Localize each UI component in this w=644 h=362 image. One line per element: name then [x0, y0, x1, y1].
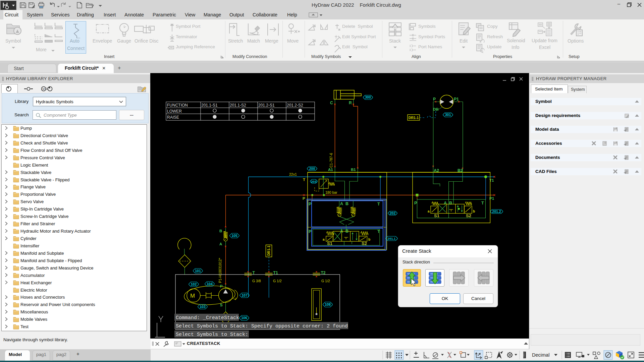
- svg-text:Command: _CreateStack: Command: _CreateStack: [176, 315, 239, 321]
- svg-text:Select Symbols to Stack: Speci: Select Symbols to Stack: Specify opposit…: [176, 323, 348, 329]
- svg-text:Screw-In Cartridge Valve: Screw-In Cartridge Valve: [20, 214, 69, 219]
- svg-text:P: P: [303, 196, 305, 200]
- svg-text:T2: T2: [321, 270, 326, 275]
- svg-text:A2: A2: [434, 168, 439, 173]
- svg-text:G 1/2: G 1/2: [273, 279, 282, 283]
- svg-text:Manifold and Subplate: Manifold and Subplate: [20, 251, 64, 256]
- svg-text:R: R: [349, 101, 352, 105]
- svg-text:A: A: [340, 201, 343, 206]
- svg-text:104: 104: [207, 282, 213, 286]
- svg-text:P: P: [309, 229, 311, 234]
- svg-text:300: 300: [365, 95, 371, 99]
- svg-text:Gauge, Switch and Measuring De: Gauge, Switch and Measuring Device: [20, 265, 94, 270]
- svg-text:T: T: [303, 178, 305, 182]
- svg-text:Hydraulic Motor and Rotary Act: Hydraulic Motor and Rotary Actuator: [20, 229, 91, 234]
- svg-text:A1: A1: [328, 168, 333, 172]
- svg-text:b: b: [473, 209, 475, 213]
- svg-text:201.2-S2: 201.2-S2: [287, 103, 303, 108]
- svg-text:Intensifier: Intensifier: [20, 243, 40, 248]
- svg-text:LOWER: LOWER: [167, 109, 182, 114]
- svg-text:S2: S2: [466, 213, 471, 218]
- svg-text:B1: B1: [351, 168, 356, 172]
- svg-text:B: B: [219, 229, 222, 233]
- svg-text:201.1-S2: 201.1-S2: [230, 103, 246, 108]
- svg-text:Hoses and Connectors: Hoses and Connectors: [20, 295, 65, 300]
- svg-text:Manifold and Subplate - Flippe: Manifold and Subplate - Flipped: [20, 258, 82, 263]
- svg-text:201.1: 201.1: [388, 237, 396, 240]
- svg-text:S2: S2: [362, 241, 367, 246]
- svg-text:Stackable Valve - Flipped: Stackable Valve - Flipped: [20, 177, 69, 182]
- svg-text:Decimal: Decimal: [532, 352, 549, 358]
- svg-text:105: 105: [231, 234, 237, 238]
- svg-text:201.1-S1: 201.1-S1: [201, 103, 218, 108]
- svg-text:Slip-In Cartridge Valve: Slip-In Cartridge Valve: [20, 206, 64, 212]
- svg-text:M: M: [43, 87, 45, 90]
- svg-text:Logic Element: Logic Element: [20, 163, 48, 168]
- svg-text:P: P: [414, 201, 417, 205]
- svg-text:a: a: [323, 238, 325, 241]
- svg-text:P: P: [433, 97, 436, 102]
- svg-text:Select Symbols to Stack:: Select Symbols to Stack:: [176, 332, 248, 338]
- svg-text:Pressure Control Valve: Pressure Control Valve: [20, 155, 65, 160]
- svg-text:Check and Shuttle Valve: Check and Shuttle Valve: [20, 140, 68, 145]
- svg-text:DR1-1: DR1-1: [267, 245, 271, 256]
- svg-text:Flow Control and Shut Off Valv: Flow Control and Shut Off Valve: [20, 148, 83, 153]
- svg-text:Flange Valve: Flange Valve: [20, 184, 46, 189]
- svg-text:22x1: 22x1: [289, 172, 297, 176]
- svg-text:G 1/2: G 1/2: [321, 279, 330, 283]
- svg-text:107: 107: [241, 293, 248, 297]
- svg-text:DR1-1: DR1-1: [409, 116, 419, 120]
- svg-text:M: M: [190, 293, 195, 299]
- svg-text:Mobile Valves: Mobile Valves: [20, 317, 47, 322]
- svg-text:T1: T1: [273, 270, 278, 275]
- svg-text:FUNCTION: FUNCTION: [167, 103, 188, 108]
- svg-text:B: B: [449, 201, 452, 205]
- svg-text:Servo Valve: Servo Valve: [20, 199, 44, 204]
- svg-text:201.2: 201.2: [492, 209, 501, 214]
- svg-text:Heat Exchanger: Heat Exchanger: [20, 280, 52, 285]
- svg-text:Stackable Valve: Stackable Valve: [20, 170, 51, 175]
- svg-text:S1: S1: [327, 241, 332, 246]
- svg-text:Pump: Pump: [20, 126, 32, 131]
- svg-text:T: T: [377, 202, 380, 206]
- svg-text:Electric Motor: Electric Motor: [20, 288, 47, 293]
- svg-text:S1: S1: [434, 213, 439, 218]
- svg-text:201.2-S1: 201.2-S1: [258, 103, 275, 108]
- svg-text:A: A: [219, 242, 222, 246]
- svg-text:S: S: [220, 303, 223, 307]
- svg-text:Directional Control Valve: Directional Control Valve: [20, 133, 68, 138]
- svg-text:Accumulator: Accumulator: [20, 273, 45, 278]
- svg-text:DR: DR: [433, 107, 439, 111]
- svg-text:102: 102: [191, 282, 197, 286]
- svg-text:108: 108: [325, 302, 331, 306]
- svg-text:C1-787-6: C1-787-6: [329, 153, 333, 168]
- svg-text:Reservoir and Power Unit compo: Reservoir and Power Unit components: [20, 302, 95, 307]
- svg-text:203: 203: [311, 180, 317, 183]
- svg-text:A: A: [444, 201, 447, 205]
- svg-text:P1: P1: [454, 97, 459, 102]
- svg-text:T: T: [253, 270, 255, 275]
- svg-text:103: 103: [200, 305, 206, 309]
- svg-text:180 bar: 180 bar: [325, 190, 337, 194]
- svg-text:202: 202: [390, 211, 396, 215]
- svg-text:a: a: [428, 209, 430, 213]
- svg-text:101: 101: [195, 269, 201, 273]
- svg-text:C: C: [330, 101, 333, 105]
- svg-text:Test: Test: [20, 324, 29, 329]
- svg-text:Cylinder: Cylinder: [20, 236, 37, 241]
- svg-text:T: T: [377, 229, 380, 234]
- svg-text:106: 106: [241, 316, 247, 320]
- svg-text:RAISE: RAISE: [167, 115, 179, 120]
- svg-text:301: 301: [445, 113, 451, 117]
- svg-text:Miscellaneous: Miscellaneous: [20, 309, 48, 314]
- svg-text:B: B: [345, 201, 348, 206]
- svg-text:P: P: [309, 202, 311, 206]
- svg-text:Proportional Valve: Proportional Valve: [20, 192, 56, 197]
- svg-text:P1-H10031012*: P1-H10031012*: [218, 258, 222, 283]
- svg-text:T: T: [481, 201, 484, 205]
- svg-text:200: 200: [309, 167, 315, 171]
- svg-text:Filter and Strainer: Filter and Strainer: [20, 221, 55, 226]
- svg-text:G 3/8: G 3/8: [252, 279, 261, 283]
- svg-text:b: b: [368, 238, 370, 241]
